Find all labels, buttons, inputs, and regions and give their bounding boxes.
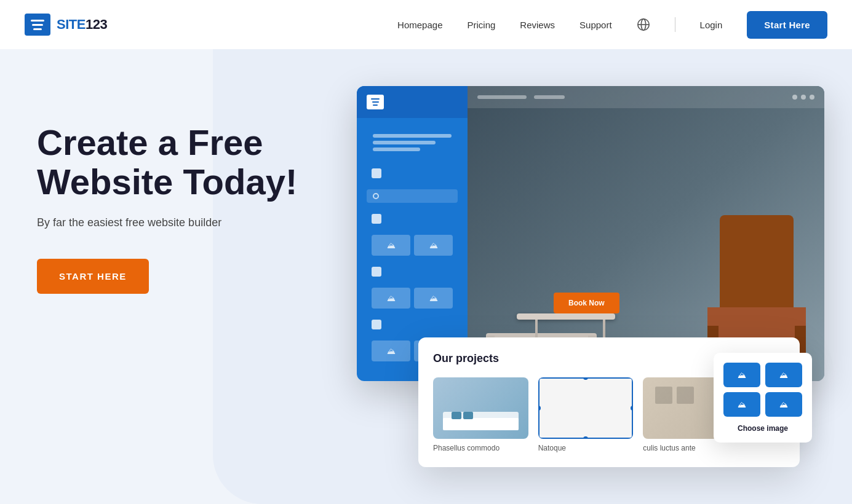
sidebar-img-5: ⛰ [372,341,410,361]
hero-title: Create a Free Website Today! [37,123,332,202]
mockup-cta-button: Book Now [554,293,619,313]
image-icon: ⛰ [387,293,396,303]
image-icon: ⛰ [779,400,788,409]
overlay-img-4[interactable]: ⛰ [765,392,802,417]
image-icon: ⛰ [387,240,396,250]
sidebar-line [373,134,452,138]
sidebar-text-block [367,128,458,157]
sidebar-img-3: ⛰ [372,288,410,309]
overlay-img-1[interactable]: ⛰ [723,363,760,387]
art-frame-2 [677,387,694,404]
nav-link-support[interactable]: Support [579,20,612,30]
furniture-background [468,86,824,381]
nav-link-pricing[interactable]: Pricing [468,20,496,30]
logo-text: SITE123 [57,17,107,33]
handle-lc [538,406,541,411]
search-icon [373,193,379,199]
nav-links: Homepage Pricing Reviews Support Login S… [397,11,827,39]
handle-tr [631,377,633,380]
hero-right: ⛰ ⛰ ⛰ ⛰ [357,86,815,467]
sidebar-row-2 [367,210,458,227]
navbar: SITE123 Homepage Pricing Reviews Support… [0,0,852,49]
sidebar-row-1 [367,165,458,182]
art-frame-1 [655,387,672,404]
image-icon: ⛰ [779,370,788,380]
couch-arm-left [443,418,450,430]
project-label-2: Natoque [538,444,634,452]
handle-tl [538,377,541,380]
sidebar-img-1: ⛰ [372,235,410,256]
sidebar-header [357,86,468,118]
overlay-img-3[interactable]: ⛰ [723,392,760,417]
builder-main-area: Book Now [468,86,824,381]
overlay-img-2[interactable]: ⛰ [765,363,802,387]
image-icon: ⛰ [738,370,746,380]
handle-rc [631,406,633,411]
sidebar-img-4: ⛰ [414,288,453,309]
project-item-2: Natoque ⛰ ⛰ ⛰ [538,377,634,452]
image-select-overlay: ⛰ ⛰ ⛰ ⛰ Choose image [714,353,812,443]
builder-mockup: ⛰ ⛰ ⛰ ⛰ [357,86,824,381]
sidebar-row-3 [367,263,458,280]
image-icon: ⛰ [738,400,746,409]
sidebar-search[interactable] [367,189,458,203]
logo[interactable]: SITE123 [25,14,107,36]
sidebar-checkbox-3 [372,267,381,277]
hero-section: Create a Free Website Today! By far the … [0,49,852,504]
selection-handles [538,377,634,439]
sidebar-checkbox-4 [372,320,381,329]
sidebar-checkbox-2 [372,214,381,224]
image-icon: ⛰ [429,240,438,250]
projects-card: Our projects View all [418,337,800,467]
builder-topbar [468,86,824,108]
nav-divider [675,17,675,32]
nav-link-homepage[interactable]: Homepage [397,20,442,30]
project-label-3: culis luctus ante [643,444,738,452]
sidebar-line [373,148,420,151]
couch-arm-right [511,418,519,430]
project-item-1: Phasellus commodo [433,377,528,452]
topbar-dot [792,95,797,100]
sidebar-img-2: ⛰ [414,235,453,256]
couch-seat [443,418,519,430]
nav-login[interactable]: Login [700,20,723,30]
topbar-dot [810,95,814,100]
topbar-dots [792,95,814,100]
hero-left: Create a Free Website Today! By far the … [37,86,332,294]
sidebar-logo [367,95,384,109]
sidebar-line [373,141,436,144]
handle-tc [583,377,588,380]
sidebar-row-4 [367,316,458,333]
nav-start-here-button[interactable]: Start Here [747,11,827,39]
builder-sidebar: ⛰ ⛰ ⛰ ⛰ [357,86,468,381]
logo-icon [25,14,50,36]
handle-bc [583,436,588,439]
builder-bg: Book Now [468,86,824,381]
topbar-line-2 [534,95,565,99]
sidebar-image-grid-2: ⛰ ⛰ [367,288,458,309]
sidebar-checkbox [372,168,381,178]
selected-thumb [538,377,634,439]
furniture-table-top [517,313,615,320]
globe-icon[interactable] [637,18,650,31]
image-icon: ⛰ [387,346,396,356]
handle-br [631,436,633,439]
image-icon: ⛰ [429,293,438,303]
project-label-1: Phasellus commodo [433,444,528,452]
hero-subtitle: By far the easiest free website builder [37,216,332,229]
living-room-thumb [433,377,528,439]
handle-bl [538,436,541,439]
nav-link-reviews[interactable]: Reviews [520,20,555,30]
project-thumb-2 [538,377,634,439]
projects-title: Our projects [433,352,499,365]
image-overlay-grid: ⛰ ⛰ ⛰ ⛰ [723,363,802,417]
sidebar-content: ⛰ ⛰ ⛰ ⛰ [357,118,468,371]
projects-grid: Phasellus commodo [433,377,785,452]
project-thumb-1 [433,377,528,439]
couch-pillows [452,412,473,419]
sidebar-image-grid: ⛰ ⛰ [367,235,458,256]
topbar-dot [801,95,806,100]
hero-start-here-button[interactable]: START HERE [37,259,149,294]
choose-image-label: Choose image [723,424,802,433]
topbar-line-1 [477,95,527,99]
